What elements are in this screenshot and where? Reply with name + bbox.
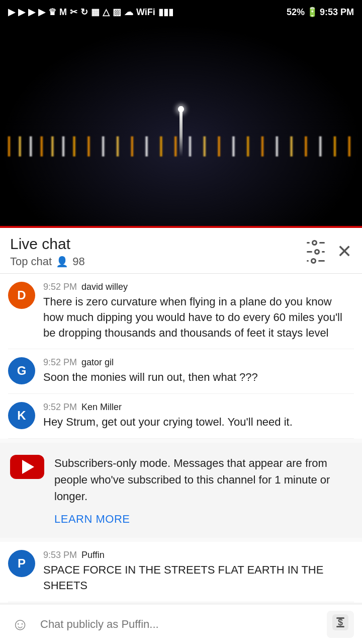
chat-messages-late: P 9:53 PM Puffin SPACE FORCE IN THE STRE… (0, 542, 362, 602)
slider-line-2b (322, 251, 325, 253)
cloud-icon: ☁ (124, 7, 133, 18)
close-button[interactable]: ✕ (337, 243, 352, 261)
status-time: 9:53 PM (320, 7, 354, 18)
crown-icon: ♛ (48, 7, 56, 18)
play-triangle-icon (22, 460, 34, 474)
folder-icon: ▦ (91, 7, 100, 18)
message-text: There is zero curvature when flying in a… (43, 294, 354, 341)
message-time: 9:52 PM (43, 402, 77, 412)
slider-line-2a (307, 251, 312, 253)
dollar-icon: $ (331, 613, 349, 635)
filter-sliders-icon[interactable] (307, 240, 325, 264)
table-row: d 9:52 PM david willey There is zero cur… (8, 274, 354, 349)
battery-icon: 🔋 (307, 7, 318, 18)
svg-rect-3 (336, 626, 344, 627)
scissors-icon: ✂ (70, 7, 77, 18)
viewer-icon: 👤 (56, 256, 68, 268)
message-meta: 9:52 PM david willey (43, 282, 354, 292)
subscribers-text: Subscribers-only mode. Messages that app… (54, 455, 352, 526)
chat-subtitle-row: Top chat 👤 98 (10, 255, 85, 268)
avatar: g (8, 357, 35, 384)
username: Ken Miller (81, 402, 122, 412)
avatar: d (8, 282, 35, 309)
emoji-button[interactable]: ☺ (8, 612, 32, 636)
slider-row-3 (307, 258, 325, 264)
signal-icon: ▮▮▮ (158, 7, 173, 18)
message-content: 9:52 PM david willey There is zero curva… (43, 282, 354, 341)
emoji-icon: ☺ (12, 614, 29, 634)
youtube-logo-icon (10, 455, 44, 479)
slider-dot-3 (311, 258, 316, 264)
chat-header-actions: ✕ (307, 240, 352, 264)
chat-messages-container: d 9:52 PM david willey There is zero cur… (0, 274, 362, 439)
youtube-icon: ▶ (18, 7, 25, 18)
slider-dot-2 (314, 249, 320, 255)
username: Puffin (81, 550, 105, 560)
top-chat-label[interactable]: Top chat (10, 255, 52, 268)
message-content: 9:52 PM Ken Miller Hey Strum, get out yo… (43, 402, 354, 430)
youtube3-icon: ▶ (38, 7, 45, 18)
tall-structure (179, 106, 183, 156)
table-row: g 9:52 PM gator gil Soon the monies will… (8, 349, 354, 394)
message-text: Hey Strum, get out your crying towel. Yo… (43, 415, 354, 430)
learn-more-link[interactable]: LEARN MORE (54, 513, 352, 526)
chat-input[interactable] (40, 612, 319, 636)
status-icons: ▶ ▶ ▶ ▶ ♛ M ✂ ↻ ▦ △ ▨ ☁ WiFi ▮▮▮ (8, 7, 173, 18)
super-chat-button[interactable]: $ (327, 611, 354, 638)
message-meta: 9:52 PM gator gil (43, 357, 354, 368)
slider-line-1b (319, 242, 325, 244)
username: david willey (81, 282, 128, 292)
message-time: 9:52 PM (43, 282, 77, 292)
slider-row-2 (307, 249, 325, 255)
message-content: 9:53 PM Puffin SPACE FORCE IN THE STREET… (43, 550, 354, 594)
message-meta: 9:52 PM Ken Miller (43, 402, 354, 413)
status-battery-area: 52% 🔋 9:53 PM (287, 7, 354, 18)
table-row: P 9:53 PM Puffin SPACE FORCE IN THE STRE… (8, 542, 354, 602)
m-icon: M (59, 7, 67, 18)
message-text: SPACE FORCE IN THE STREETS FLAT EARTH IN… (43, 562, 354, 594)
avatar: K (8, 402, 35, 429)
chat-header-left: Live chat Top chat 👤 98 (10, 235, 85, 268)
subscribers-notice: Subscribers-only mode. Messages that app… (0, 443, 362, 538)
subscribers-description: Subscribers-only mode. Messages that app… (54, 455, 352, 505)
chat-title: Live chat (10, 235, 85, 253)
video-progress-bar[interactable] (0, 226, 362, 228)
viewer-count: 98 (72, 255, 84, 268)
wifi-icon: WiFi (136, 7, 155, 18)
chat-header: Live chat Top chat 👤 98 (0, 228, 362, 274)
slider-line-3a (307, 260, 309, 262)
message-meta: 9:53 PM Puffin (43, 550, 354, 560)
table-row: K 9:52 PM Ken Miller Hey Strum, get out … (8, 394, 354, 439)
message-time: 9:52 PM (43, 357, 77, 367)
slider-dot-1 (312, 240, 317, 246)
slider-row-1 (307, 240, 325, 246)
image-icon: ▨ (113, 7, 121, 18)
sync-icon: ↻ (80, 7, 88, 18)
structure-light (178, 106, 184, 112)
video-background (0, 24, 362, 228)
slider-line-3b (318, 260, 325, 262)
username: gator gil (81, 357, 114, 367)
message-time: 9:53 PM (43, 550, 77, 560)
status-bar: ▶ ▶ ▶ ▶ ♛ M ✂ ↻ ▦ △ ▨ ☁ WiFi ▮▮▮ 52% 🔋 9… (0, 0, 362, 24)
svg-rect-2 (336, 617, 344, 619)
avatar: P (8, 550, 35, 577)
message-content: 9:52 PM gator gil Soon the monies will r… (43, 357, 354, 385)
play-icon: ▶ (8, 7, 15, 18)
chat-input-area: ☺ $ (0, 604, 362, 644)
battery-percent: 52% (287, 7, 305, 18)
video-player[interactable] (0, 24, 362, 228)
alert-icon: △ (103, 7, 110, 18)
youtube2-icon: ▶ (28, 7, 35, 18)
slider-line-1a (307, 242, 310, 244)
message-text: Soon the monies will run out, then what … (43, 370, 354, 385)
